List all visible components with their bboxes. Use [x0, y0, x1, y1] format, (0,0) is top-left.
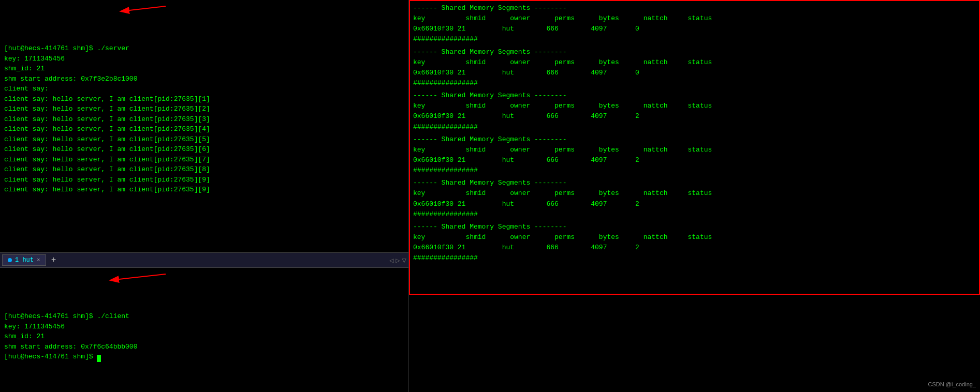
segment-header-5: ------ Shared Memory Segments --------: [413, 222, 976, 232]
terminal-line: client say:: [4, 84, 404, 94]
watermark: CSDN @i_coding_: [928, 380, 976, 389]
tab-nav-left[interactable]: ◁: [389, 256, 393, 265]
terminal-line: client say: hello server, I am client[pi…: [4, 104, 404, 114]
segment-row-3: 0x66010f30 21 hut 666 4097 2: [413, 155, 976, 165]
segment-col-header-2: key shmid owner perms bytes nattch statu…: [413, 101, 976, 111]
terminal-line: client say: hello server, I am client[pi…: [4, 164, 404, 175]
terminal-bottom[interactable]: [hut@hecs-414761 shm]$ ./clientkey: 1711…: [0, 268, 408, 392]
terminal-line: client say: hello server, I am client[pi…: [4, 94, 404, 104]
svg-line-3: [119, 274, 166, 279]
segment-header-0: ------ Shared Memory Segments --------: [413, 3, 976, 13]
segment-row-5: 0x66010f30 21 hut 666 4097 2: [413, 243, 976, 253]
segment-divider-text-3: ################: [413, 165, 976, 176]
svg-line-1: [129, 6, 166, 10]
tab-1hut[interactable]: 1 hut ×: [2, 254, 46, 266]
terminal-line: [hut@hecs-414761 shm]$ ./server: [4, 43, 404, 54]
terminal-line: client say: hello server, I am client[pi…: [4, 144, 404, 155]
segment-divider-text-2: ################: [413, 122, 976, 132]
segment-header-4: ------ Shared Memory Segments --------: [413, 178, 976, 188]
terminal-line: [hut@hecs-414761 shm]$ ./client: [4, 311, 404, 322]
segment-row-0: 0x66010f30 21 hut 666 4097 0: [413, 24, 976, 34]
server-arrow: [67, 1, 171, 27]
segment-col-header-3: key shmid owner perms bytes nattch statu…: [413, 145, 976, 155]
segment-col-header-1: key shmid owner perms bytes nattch statu…: [413, 57, 976, 68]
segment-spacer-5: [413, 263, 976, 265]
segment-header-3: ------ Shared Memory Segments --------: [413, 134, 976, 145]
terminal-line: shm start address: 0x7f3e2b8c1000: [4, 74, 404, 84]
terminal-line: [hut@hecs-414761 shm]$: [4, 352, 404, 362]
terminal-line: shm_id: 21: [4, 64, 404, 74]
terminal-line: shm_id: 21: [4, 331, 404, 342]
tab-dot: [8, 258, 12, 262]
cursor: [97, 355, 101, 362]
segment-row-4: 0x66010f30 21 hut 666 4097 2: [413, 199, 976, 209]
terminal-line: key: 1711345456: [4, 54, 404, 64]
segment-row-1: 0x66010f30 21 hut 666 4097 0: [413, 68, 976, 78]
client-arrow: [67, 269, 171, 295]
tab-add-button[interactable]: +: [48, 255, 60, 265]
segment-divider-text-4: ################: [413, 209, 976, 220]
terminal-line: client say: hello server, I am client[pi…: [4, 134, 404, 145]
segment-col-header-4: key shmid owner perms bytes nattch statu…: [413, 188, 976, 199]
terminal-line: client say: hello server, I am client[pi…: [4, 185, 404, 195]
tab-nav-right[interactable]: ▷: [396, 256, 400, 265]
segment-header-2: ------ Shared Memory Segments --------: [413, 91, 976, 101]
left-panel: [hut@hecs-414761 shm]$ ./serverkey: 1711…: [0, 0, 409, 392]
terminal-line: client say: hello server, I am client[pi…: [4, 114, 404, 125]
segment-header-1: ------ Shared Memory Segments --------: [413, 47, 976, 57]
segment-row-2: 0x66010f30 21 hut 666 4097 2: [413, 111, 976, 122]
terminal-line: client say: hello server, I am client[pi…: [4, 175, 404, 185]
terminal-line: client say: hello server, I am client[pi…: [4, 155, 404, 165]
segment-divider-text-0: ################: [413, 34, 976, 44]
right-panel: ------ Shared Memory Segments --------ke…: [409, 0, 980, 392]
tab-close-button[interactable]: ×: [37, 257, 40, 263]
segment-col-header-5: key shmid owner perms bytes nattch statu…: [413, 232, 976, 243]
segment-divider-text-5: ################: [413, 253, 976, 263]
segment-divider-text-1: ################: [413, 78, 976, 88]
terminal-top[interactable]: [hut@hecs-414761 shm]$ ./serverkey: 1711…: [0, 0, 408, 252]
terminal-line: key: 1711345456: [4, 322, 404, 332]
tab-navigation: ◁ ▷ ▽: [389, 256, 406, 265]
segment-col-header-0: key shmid owner perms bytes nattch statu…: [413, 13, 976, 24]
terminal-line: client say: hello server, I am client[pi…: [4, 124, 404, 134]
terminal-line: shm start address: 0x7f6c64bbb000: [4, 342, 404, 352]
tab-label: 1 hut: [15, 257, 34, 264]
tab-bar: 1 hut × + ◁ ▷ ▽: [0, 252, 408, 268]
tab-nav-menu[interactable]: ▽: [402, 256, 406, 265]
